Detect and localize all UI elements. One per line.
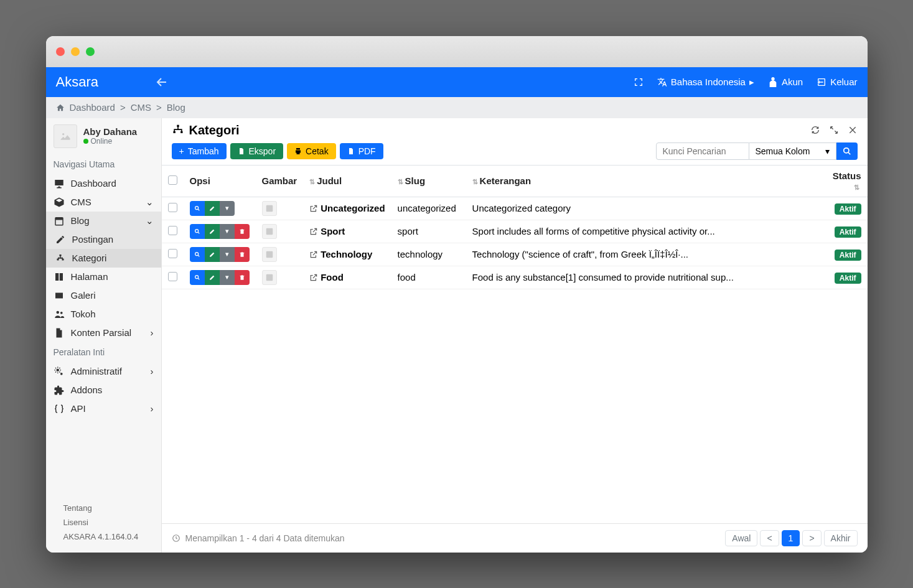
app-window: Aksara Bahasa Indonesia ▸ Akun Keluar [46,36,868,553]
breadcrumb-blog: Blog [167,102,185,113]
chevron-right-icon: › [151,327,154,338]
expand-icon[interactable] [829,125,839,135]
slug-text: food [391,266,466,289]
th-judul[interactable]: ⇅Judul [303,165,391,197]
nav-halaman[interactable]: Halaman [46,268,161,286]
nav-blog[interactable]: Blog ⌄ [46,212,161,230]
close-icon[interactable] [848,125,858,135]
language-label: Bahasa Indonesia [671,77,746,87]
back-arrow-icon[interactable] [154,75,169,90]
th-slug[interactable]: ⇅Slug [391,165,466,197]
breadcrumb-dashboard[interactable]: Dashboard [70,102,115,113]
row-checkbox[interactable] [168,249,177,258]
svg-point-13 [195,206,198,209]
puzzle-icon [54,385,65,396]
svg-rect-11 [180,131,182,133]
nav-section-main: Navigasi Utama [46,154,161,174]
cetak-button[interactable]: Cetak [287,143,336,159]
dropdown-button[interactable]: ▾ [220,247,235,262]
footer-lisensi[interactable]: Lisensi [63,515,144,530]
external-link-icon [309,250,318,259]
judul-text[interactable]: Food [321,272,344,282]
table-row: ▾TechnologytechnologyTechnology ("scienc… [162,243,868,266]
maximize-window-icon[interactable] [86,47,95,56]
svg-rect-10 [173,131,175,133]
breadcrumb: Dashboard > CMS > Blog [46,97,868,118]
nav-galeri[interactable]: Galeri [46,286,161,305]
page-prev[interactable]: < [760,530,779,546]
delete-button[interactable] [235,247,250,262]
dropdown-button[interactable]: ▾ [220,270,235,285]
fullscreen-toggle[interactable] [634,77,644,87]
language-selector[interactable]: Bahasa Indonesia ▸ [657,77,754,88]
view-button[interactable] [190,224,205,239]
checkbox-all[interactable] [168,175,177,185]
row-checkbox[interactable] [168,203,177,212]
keterangan-text: Food is any substance[1] consumed to pro… [466,266,818,289]
page-first[interactable]: Awal [725,530,757,546]
column-select[interactable]: Semua Kolom ▾ [749,142,836,160]
table-row: ▾UncategorizeduncategorizedUncategorized… [162,197,868,220]
dropdown-button[interactable]: ▾ [220,201,235,216]
nav-tokoh[interactable]: Tokoh [46,305,161,324]
minimize-window-icon[interactable] [71,47,80,56]
print-icon [294,147,302,155]
top-nav: Aksara Bahasa Indonesia ▸ Akun Keluar [46,67,868,97]
view-button[interactable] [190,247,205,262]
edit-button[interactable] [205,201,220,216]
refresh-icon[interactable] [810,125,820,135]
logout-link[interactable]: Keluar [817,77,857,87]
chevron-right-icon: ▸ [749,77,754,88]
brand-label: Aksara [56,74,98,90]
pdf-button[interactable]: PDF [340,143,383,159]
view-button[interactable] [190,270,205,285]
account-link[interactable]: Akun [768,77,803,87]
nav-postingan[interactable]: Postingan [46,230,161,249]
th-status[interactable]: Status ⇅ [818,165,868,197]
edit-button[interactable] [205,270,220,285]
dropdown-button[interactable]: ▾ [220,224,235,239]
delete-button[interactable] [235,270,250,285]
row-checkbox[interactable] [168,226,177,235]
judul-text[interactable]: Sport [321,226,345,236]
sitemap-icon [172,124,184,136]
th-keterangan[interactable]: ⇅Keterangan [466,165,818,197]
judul-text[interactable]: Technology [321,249,372,259]
th-opsi: Opsi [184,165,256,197]
search-input[interactable] [656,142,749,160]
nav-kategori[interactable]: Kategori [46,249,161,268]
page-last[interactable]: Akhir [824,530,858,546]
box-icon [54,197,65,208]
logout-label: Keluar [830,77,857,87]
nav-cms[interactable]: CMS ⌄ [46,193,161,212]
svg-point-19 [195,275,198,278]
clock-icon [172,534,180,543]
svg-point-12 [843,147,848,152]
nav-konten-parsial[interactable]: Konten Parsial › [46,324,161,342]
edit-button[interactable] [205,247,220,262]
nav-addons[interactable]: Addons [46,381,161,399]
ekspor-button[interactable]: Ekspor [230,143,284,159]
search-button[interactable] [836,142,858,160]
view-button[interactable] [190,201,205,216]
close-window-icon[interactable] [56,47,65,56]
tambah-button[interactable]: + Tambah [172,143,227,159]
row-checkbox[interactable] [168,272,177,281]
page-1[interactable]: 1 [782,530,800,546]
nav-api[interactable]: API › [46,399,161,418]
delete-button[interactable] [235,224,250,239]
svg-rect-18 [266,251,273,258]
braces-icon [54,403,65,414]
footer-tentang[interactable]: Tentang [63,501,144,515]
th-gambar: Gambar [256,165,304,197]
judul-text[interactable]: Uncategorized [321,203,385,213]
nav-dashboard[interactable]: Dashboard [46,174,161,193]
table-row: ▾FoodfoodFood is any substance[1] consum… [162,266,868,289]
page-next[interactable]: > [802,530,821,546]
nav-administratif[interactable]: Administratif › [46,362,161,381]
edit-button[interactable] [205,224,220,239]
sort-icon: ⇅ [309,178,315,185]
breadcrumb-cms[interactable]: CMS [131,102,151,113]
chevron-right-icon: › [151,366,154,376]
slug-text: technology [391,243,466,266]
